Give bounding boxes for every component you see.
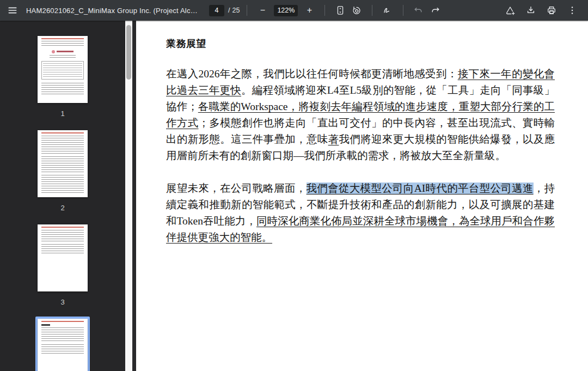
selected-thumbnail-frame [35, 317, 90, 371]
section-heading: 業務展望 [166, 37, 588, 50]
pdf-viewer-body: 1 2 [0, 21, 588, 371]
thumbnail-page-2-preview [38, 130, 88, 197]
page-count-total: 25 [232, 7, 240, 14]
thumbnail-page-2[interactable]: 2 [35, 128, 90, 212]
annotate-icon[interactable] [379, 2, 396, 19]
thumbnail-page-3-preview [38, 224, 88, 291]
document-title: HAM26021062_C_MiniMax Group Inc. (Projec… [26, 7, 201, 15]
paragraph-business-outlook-2: 展望未來，在公司戰略層面，我們會從大模型公司向AI時代的平台型公司邁進，持續定義… [166, 180, 555, 246]
sidebar-scrollbar-thumb[interactable] [126, 25, 131, 80]
sidebar-scrollbar-track[interactable] [125, 21, 132, 371]
thumbnail-page-3-label: 3 [60, 298, 64, 306]
text-segment: 在邁入2026年之際，我們比以往任何時候都更清晰地感受到： [166, 68, 458, 80]
redo-icon[interactable] [427, 2, 443, 19]
thumbnail-page-4-preview [38, 319, 88, 371]
text-segment-underlined: 著 [328, 133, 339, 145]
thumbnail-page-1-label: 1 [60, 110, 64, 118]
zoom-out-button[interactable]: − [254, 2, 271, 19]
toolbar-divider [247, 5, 247, 16]
thumbnail-page-1[interactable]: 1 [35, 34, 90, 118]
menu-icon[interactable] [4, 2, 21, 19]
page-count-separator: / [228, 7, 230, 14]
rotate-icon[interactable] [348, 2, 365, 19]
toolbar-divider [372, 5, 372, 16]
zoom-in-button[interactable]: + [301, 2, 317, 19]
undo-icon[interactable] [411, 2, 427, 19]
text-segment: 展望未來，在公司戰略層面， [166, 183, 307, 194]
thumbnail-list: 1 2 [0, 21, 125, 371]
thumbnail-page-3[interactable]: 3 [35, 222, 90, 306]
pdf-page[interactable]: 業務展望 在邁入2026年之際，我們比以往任何時候都更清晰地感受到：接下來一年的… [136, 21, 588, 371]
add-to-drive-icon[interactable] [502, 2, 518, 19]
fit-page-icon[interactable] [332, 2, 348, 19]
pdf-viewer-toolbar: HAM26021062_C_MiniMax Group Inc. (Projec… [0, 0, 588, 21]
more-options-icon[interactable] [564, 2, 580, 19]
thumbnail-sidebar: 1 2 [0, 21, 125, 371]
download-icon[interactable] [523, 2, 539, 19]
paragraph-business-outlook-1: 在邁入2026年之際，我們比以往任何時候都更清晰地感受到：接下來一年的變化會比過… [166, 66, 555, 164]
toolbar-divider [403, 5, 403, 16]
print-icon[interactable] [543, 2, 560, 19]
thumbnail-page-4[interactable]: 4 [35, 317, 90, 371]
thumbnail-page-1-preview [38, 36, 88, 103]
page-viewer: 業務展望 在邁入2026年之際，我們比以往任何時候都更清晰地感受到：接下來一年的… [132, 21, 588, 371]
page-count: / 25 [228, 7, 240, 14]
toolbar-divider [324, 5, 325, 16]
page-number-input[interactable] [209, 5, 224, 16]
toolbar-right-actions [502, 2, 580, 19]
text-segment-selected-highlight[interactable]: 我們會從大模型公司向AI時代的平台型公司邁進 [307, 183, 534, 194]
zoom-level: 122% [274, 5, 298, 16]
thumbnail-page-2-label: 2 [60, 204, 64, 212]
